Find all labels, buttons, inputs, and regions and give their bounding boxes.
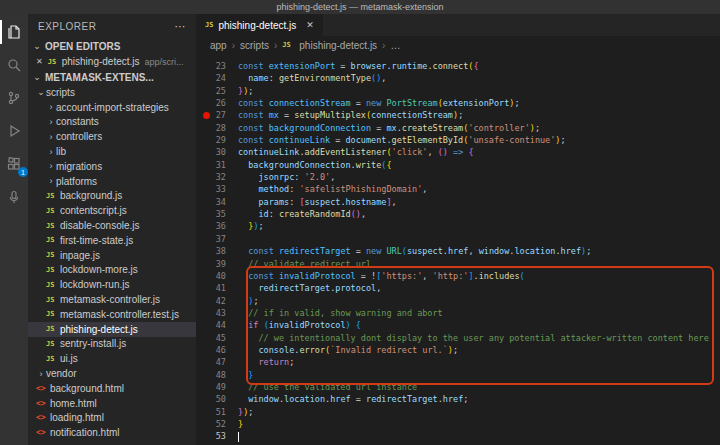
tree-item-migrations[interactable]: ›migrations: [28, 159, 196, 174]
code-line-29[interactable]: 29const continueLink = document.getEleme…: [196, 134, 720, 146]
tree-item-platforms[interactable]: ›platforms: [28, 174, 196, 189]
tree-item-loading-html[interactable]: <>loading.html: [28, 411, 196, 426]
tree-item-first-time-state-js[interactable]: JSfirst-time-state.js: [28, 233, 196, 248]
tree-item-notification-html[interactable]: <>notification.html: [28, 425, 196, 440]
code-line-24[interactable]: 24 name: getEnvironmentType(),: [196, 72, 720, 84]
editor-gutter[interactable]: 24: [196, 72, 238, 84]
editor-gutter[interactable]: 37: [196, 233, 238, 245]
code-line-23[interactable]: 23const extensionPort = browser.runtime.…: [196, 60, 720, 72]
editor-gutter[interactable]: 30: [196, 146, 238, 158]
tree-item-home-html[interactable]: <>home.html: [28, 396, 196, 411]
code-line-32[interactable]: 32 jsonrpc: '2.0',: [196, 171, 720, 183]
breadcrumb-item-phishing-detect-js[interactable]: JSphishing-detect.js: [282, 40, 377, 51]
editor-gutter[interactable]: 36: [196, 220, 238, 232]
editor-gutter[interactable]: 28: [196, 122, 238, 134]
editor-gutter[interactable]: 40: [196, 270, 238, 282]
code-line-41[interactable]: 41 redirectTarget.protocol,: [196, 282, 720, 294]
code-line-47[interactable]: 47 return;: [196, 356, 720, 368]
tree-item-lockdown-more-js[interactable]: JSlockdown-more.js: [28, 263, 196, 278]
tree-item-controllers[interactable]: ›controllers: [28, 129, 196, 144]
editor-gutter[interactable]: 53: [196, 430, 238, 442]
code-line-45[interactable]: 45 // we intentionally dont display to t…: [196, 332, 720, 344]
editor-gutter[interactable]: 23: [196, 60, 238, 72]
close-editor-icon[interactable]: ✕: [36, 57, 43, 66]
mic-extension-activity-button[interactable]: [0, 187, 28, 207]
code-line-25[interactable]: 25});: [196, 85, 720, 97]
open-editors-header[interactable]: ⌄ OPEN EDITORS: [28, 38, 196, 54]
editor-gutter[interactable]: 44: [196, 319, 238, 331]
tree-item-inpage-js[interactable]: JSinpage.js: [28, 248, 196, 263]
editor-gutter[interactable]: 38: [196, 245, 238, 257]
editor-gutter[interactable]: 41: [196, 282, 238, 294]
explorer-activity-button[interactable]: [0, 22, 28, 42]
breadcrumb-item-app[interactable]: app: [210, 40, 227, 51]
tree-item-scripts[interactable]: ⌄scripts: [28, 85, 196, 100]
editor-gutter[interactable]: 29: [196, 134, 238, 146]
tree-item-metamask-controller-test-js[interactable]: JSmetamask-controller.test.js: [28, 307, 196, 322]
editor-gutter[interactable]: 42: [196, 295, 238, 307]
editor-gutter[interactable]: 27: [196, 109, 238, 121]
editor-gutter[interactable]: 34: [196, 196, 238, 208]
code-line-33[interactable]: 33 method: 'safelistPhishingDomain',: [196, 183, 720, 195]
code-line-27[interactable]: 27const mx = setupMultiplex(connectionSt…: [196, 109, 720, 121]
code-line-51[interactable]: 51});: [196, 406, 720, 418]
editor-gutter[interactable]: 31: [196, 159, 238, 171]
editor-gutter[interactable]: 50: [196, 393, 238, 405]
code-line-43[interactable]: 43 // if in valid, show warning and abor…: [196, 307, 720, 319]
code-line-28[interactable]: 28const backgroundConnection = mx.create…: [196, 122, 720, 134]
editor-gutter[interactable]: 49: [196, 381, 238, 393]
code-line-48[interactable]: 48 }: [196, 369, 720, 381]
code-line-53[interactable]: 53: [196, 430, 720, 442]
editor-gutter[interactable]: 25: [196, 85, 238, 97]
tree-item-disable-console-js[interactable]: JSdisable-console.js: [28, 218, 196, 233]
tree-item-lib[interactable]: ›lib: [28, 144, 196, 159]
code-line-30[interactable]: 30continueLink.addEventListener('click',…: [196, 146, 720, 158]
project-root-header[interactable]: ⌄ METAMASK-EXTENS...: [28, 69, 196, 85]
editor-gutter[interactable]: 33: [196, 183, 238, 195]
tree-item-background-js[interactable]: JSbackground.js: [28, 189, 196, 204]
code-line-34[interactable]: 34 params: [suspect.hostname],: [196, 196, 720, 208]
tree-item-constants[interactable]: ›constants: [28, 115, 196, 130]
extensions-activity-button[interactable]: 1: [0, 154, 28, 174]
tab-phishing-detect[interactable]: JS phishing-detect.js ✕: [196, 14, 323, 36]
code-line-31[interactable]: 31 backgroundConnection.write({: [196, 159, 720, 171]
editor-gutter[interactable]: 32: [196, 171, 238, 183]
code-line-26[interactable]: 26const connectionStream = new PortStrea…: [196, 97, 720, 109]
breadcrumb-item-scripts[interactable]: scripts: [240, 40, 269, 51]
editor-gutter[interactable]: 39: [196, 258, 238, 270]
code-editor[interactable]: 23const extensionPort = browser.runtime.…: [196, 54, 720, 445]
code-line-39[interactable]: 39 // validate redirect url: [196, 258, 720, 270]
code-line-49[interactable]: 49 // use the validated url instance: [196, 381, 720, 393]
code-line-46[interactable]: 46 console.error(`Invalid redirect url.`…: [196, 344, 720, 356]
code-line-50[interactable]: 50 window.location.href = redirectTarget…: [196, 393, 720, 405]
code-line-40[interactable]: 40 const invalidProtocol = !['https:', '…: [196, 270, 720, 282]
open-editor-item-phishing-detect-js[interactable]: ✕JSphishing-detect.jsapp/scri...: [28, 54, 196, 69]
editor-gutter[interactable]: 45: [196, 332, 238, 344]
breadcrumb-item-[interactable]: …: [390, 40, 400, 51]
code-line-35[interactable]: 35 id: createRandomId(),: [196, 208, 720, 220]
tree-item-vendor[interactable]: ›vendor: [28, 366, 196, 381]
tree-item-phishing-detect-js[interactable]: JSphishing-detect.js: [28, 322, 196, 337]
tree-item-ui-js[interactable]: JSui.js: [28, 351, 196, 366]
code-line-38[interactable]: 38 const redirectTarget = new URL(suspec…: [196, 245, 720, 257]
close-tab-icon[interactable]: ✕: [306, 20, 314, 30]
code-line-44[interactable]: 44 if (invalidProtocol) {: [196, 319, 720, 331]
tree-item-contentscript-js[interactable]: JScontentscript.js: [28, 203, 196, 218]
editor-gutter[interactable]: 51: [196, 406, 238, 418]
tree-item-metamask-controller-js[interactable]: JSmetamask-controller.js: [28, 292, 196, 307]
editor-gutter[interactable]: 47: [196, 356, 238, 368]
code-line-36[interactable]: 36 });: [196, 220, 720, 232]
more-actions-icon[interactable]: ⋯: [175, 20, 187, 33]
editor-gutter[interactable]: 46: [196, 344, 238, 356]
editor-gutter[interactable]: 52: [196, 418, 238, 430]
code-line-52[interactable]: 52}: [196, 418, 720, 430]
tree-item-sentry-install-js[interactable]: JSsentry-install.js: [28, 337, 196, 352]
editor-gutter[interactable]: 26: [196, 97, 238, 109]
run-debug-activity-button[interactable]: [0, 121, 28, 141]
source-control-activity-button[interactable]: [0, 88, 28, 108]
tree-item-background-html[interactable]: <>background.html: [28, 381, 196, 396]
search-activity-button[interactable]: [0, 55, 28, 75]
tree-item-lockdown-run-js[interactable]: JSlockdown-run.js: [28, 277, 196, 292]
code-line-42[interactable]: 42 );: [196, 295, 720, 307]
code-line-37[interactable]: 37: [196, 233, 720, 245]
